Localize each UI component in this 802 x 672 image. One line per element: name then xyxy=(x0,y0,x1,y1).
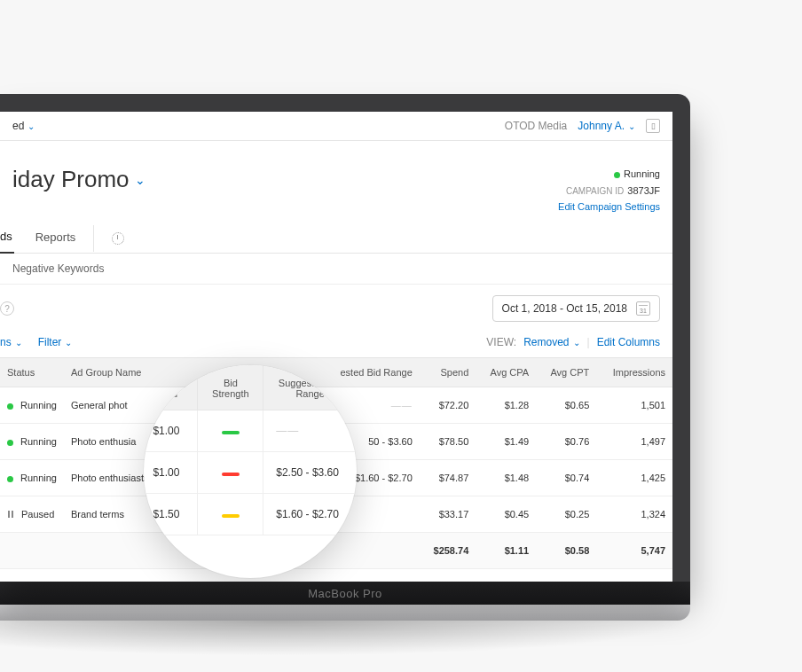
tab-reports[interactable]: Reports xyxy=(35,225,76,253)
view-removed-dropdown[interactable]: Removed⌄ xyxy=(523,336,579,348)
tab-keywords[interactable]: ds xyxy=(0,224,14,254)
campaign-id-label: CAMPAIGN ID xyxy=(566,186,624,196)
laptop-base xyxy=(0,605,690,621)
mag-row: $1.00—— xyxy=(144,410,357,452)
totals-row: $258.74 $1.11 $0.58 5,747 xyxy=(0,533,672,569)
subtab-negative-keywords[interactable]: Negative Keywords xyxy=(12,262,104,275)
status-dot-icon xyxy=(7,476,13,482)
bid-strength-bar xyxy=(222,473,240,476)
date-range-picker[interactable]: Oct 1, 2018 - Oct 15, 2018 31 xyxy=(492,295,660,322)
report-footnote: ithin the last three hours may not be re… xyxy=(0,569,672,582)
mag-row: $1.50$1.60 - $2.70 xyxy=(144,494,357,535)
col-adgroup[interactable]: Ad Group Name xyxy=(64,358,188,387)
view-label: VIEW: xyxy=(486,336,516,348)
help-book-icon[interactable]: ▯ xyxy=(646,119,660,133)
actions-dropdown[interactable]: ns⌄ xyxy=(0,336,22,348)
status-badge: Running xyxy=(624,168,660,179)
col-spend[interactable]: Spend xyxy=(420,358,476,387)
edit-campaign-settings-link[interactable]: Edit Campaign Settings xyxy=(558,199,660,215)
chevron-down-icon: ⌄ xyxy=(628,121,635,131)
campaign-id: 3873JF xyxy=(627,185,660,196)
pause-icon xyxy=(7,511,14,518)
user-menu[interactable]: Johnny A.⌄ xyxy=(578,120,635,132)
help-icon[interactable]: ? xyxy=(0,301,14,316)
chevron-down-icon: ⌄ xyxy=(28,121,35,131)
bid-strength-bar xyxy=(222,514,240,518)
col-impressions[interactable]: Impressions xyxy=(596,358,672,387)
col-suggested[interactable]: ested Bid Range xyxy=(321,358,420,387)
chevron-down-icon: ⌄ xyxy=(65,338,72,348)
magnifier-zoom: CPT Bid Bid Strength Suggested Bid Range… xyxy=(144,365,357,578)
nav-fragment[interactable]: ed xyxy=(12,120,24,132)
col-avg-cpt[interactable]: Avg CPT xyxy=(536,358,596,387)
chevron-down-icon: ⌄ xyxy=(135,173,145,187)
edit-columns-link[interactable]: Edit Columns xyxy=(597,336,660,348)
col-avg-cpa[interactable]: Avg CPA xyxy=(476,358,536,387)
calendar-icon: 31 xyxy=(636,301,650,316)
status-dot-icon xyxy=(7,403,13,410)
tab-history[interactable] xyxy=(93,225,124,252)
chevron-down-icon: ⌄ xyxy=(15,338,22,348)
mag-row: $1.00$2.50 - $3.60 xyxy=(144,452,357,494)
col-status[interactable]: Status xyxy=(0,358,64,387)
bid-strength-bar xyxy=(222,431,240,434)
topbar: ed ⌄ OTOD Media Johnny A.⌄ ▯ xyxy=(0,112,672,141)
history-clock-icon xyxy=(112,232,124,245)
campaign-title[interactable]: iday Promo ⌄ xyxy=(12,166,145,193)
status-dot-icon xyxy=(7,440,13,446)
laptop-brand: MacBook Pro xyxy=(0,582,690,605)
org-name: OTOD Media xyxy=(505,120,567,132)
filter-dropdown[interactable]: Filter⌄ xyxy=(38,336,73,348)
chevron-down-icon: ⌄ xyxy=(573,338,580,348)
status-dot-icon xyxy=(614,172,620,178)
